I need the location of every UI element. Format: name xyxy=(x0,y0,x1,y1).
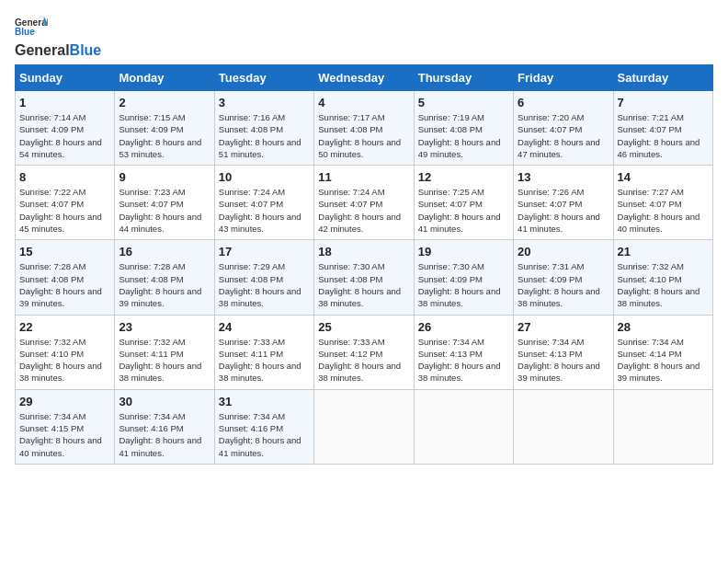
day-number: 9 xyxy=(119,170,210,184)
day-info: Sunrise: 7:34 AMSunset: 4:13 PMDaylight:… xyxy=(418,336,509,385)
calendar-week-row: 15Sunrise: 7:28 AMSunset: 4:08 PMDayligh… xyxy=(16,240,713,315)
day-number: 3 xyxy=(219,96,310,109)
table-row: 22Sunrise: 7:32 AMSunset: 4:10 PMDayligh… xyxy=(16,315,115,389)
table-row: 15Sunrise: 7:28 AMSunset: 4:08 PMDayligh… xyxy=(16,240,115,315)
day-info: Sunrise: 7:22 AMSunset: 4:07 PMDaylight:… xyxy=(19,186,110,235)
day-info: Sunrise: 7:34 AMSunset: 4:14 PMDaylight:… xyxy=(618,336,709,385)
table-row: 14Sunrise: 7:27 AMSunset: 4:07 PMDayligh… xyxy=(613,166,712,240)
day-number: 24 xyxy=(219,320,310,334)
table-row xyxy=(514,389,613,464)
day-number: 8 xyxy=(19,170,110,184)
table-row: 24Sunrise: 7:33 AMSunset: 4:11 PMDayligh… xyxy=(214,315,313,389)
day-number: 16 xyxy=(119,245,210,259)
day-number: 12 xyxy=(418,170,509,184)
day-number: 7 xyxy=(618,96,709,109)
table-row: 6Sunrise: 7:20 AMSunset: 4:07 PMDaylight… xyxy=(514,91,613,166)
table-row: 30Sunrise: 7:34 AMSunset: 4:16 PMDayligh… xyxy=(115,389,214,464)
day-info: Sunrise: 7:17 AMSunset: 4:08 PMDaylight:… xyxy=(318,111,409,160)
generalblue-logo-icon: General Blue xyxy=(15,15,48,40)
day-info: Sunrise: 7:26 AMSunset: 4:07 PMDaylight:… xyxy=(518,186,609,235)
calendar-header-row: Sunday Monday Tuesday Wednesday Thursday… xyxy=(16,65,713,91)
day-number: 30 xyxy=(119,395,210,408)
table-row: 4Sunrise: 7:17 AMSunset: 4:08 PMDaylight… xyxy=(314,91,414,166)
table-row: 9Sunrise: 7:23 AMSunset: 4:07 PMDaylight… xyxy=(115,166,214,240)
table-row xyxy=(314,389,414,464)
day-info: Sunrise: 7:34 AMSunset: 4:16 PMDaylight:… xyxy=(119,410,210,459)
table-row: 27Sunrise: 7:34 AMSunset: 4:13 PMDayligh… xyxy=(514,315,613,389)
day-number: 21 xyxy=(618,245,709,259)
day-info: Sunrise: 7:21 AMSunset: 4:07 PMDaylight:… xyxy=(618,111,709,160)
day-info: Sunrise: 7:30 AMSunset: 4:08 PMDaylight:… xyxy=(318,260,409,309)
day-info: Sunrise: 7:19 AMSunset: 4:08 PMDaylight:… xyxy=(418,111,509,160)
table-row: 2Sunrise: 7:15 AMSunset: 4:09 PMDaylight… xyxy=(115,91,214,166)
table-row: 26Sunrise: 7:34 AMSunset: 4:13 PMDayligh… xyxy=(414,315,513,389)
col-sunday: Sunday xyxy=(16,65,115,91)
table-row: 19Sunrise: 7:30 AMSunset: 4:09 PMDayligh… xyxy=(414,240,513,315)
table-row xyxy=(613,389,712,464)
table-row: 8Sunrise: 7:22 AMSunset: 4:07 PMDaylight… xyxy=(16,166,115,240)
day-info: Sunrise: 7:32 AMSunset: 4:10 PMDaylight:… xyxy=(618,260,709,309)
table-row: 31Sunrise: 7:34 AMSunset: 4:16 PMDayligh… xyxy=(214,389,313,464)
table-row: 12Sunrise: 7:25 AMSunset: 4:07 PMDayligh… xyxy=(414,166,513,240)
day-info: Sunrise: 7:34 AMSunset: 4:15 PMDaylight:… xyxy=(19,410,110,459)
day-number: 17 xyxy=(219,245,310,259)
day-number: 11 xyxy=(318,170,409,184)
day-number: 10 xyxy=(219,170,310,184)
day-info: Sunrise: 7:20 AMSunset: 4:07 PMDaylight:… xyxy=(518,111,609,160)
day-info: Sunrise: 7:24 AMSunset: 4:07 PMDaylight:… xyxy=(219,186,310,235)
day-info: Sunrise: 7:15 AMSunset: 4:09 PMDaylight:… xyxy=(119,111,210,160)
logo-text: General Blue xyxy=(15,42,101,59)
day-number: 5 xyxy=(418,96,509,109)
calendar-week-row: 22Sunrise: 7:32 AMSunset: 4:10 PMDayligh… xyxy=(16,315,713,389)
day-number: 31 xyxy=(219,395,310,408)
day-number: 1 xyxy=(19,96,110,109)
table-row: 21Sunrise: 7:32 AMSunset: 4:10 PMDayligh… xyxy=(613,240,712,315)
page-header: General Blue General Blue xyxy=(15,15,713,59)
table-row xyxy=(414,389,513,464)
table-row: 28Sunrise: 7:34 AMSunset: 4:14 PMDayligh… xyxy=(613,315,712,389)
svg-text:General: General xyxy=(15,17,48,28)
col-monday: Monday xyxy=(115,65,214,91)
table-row: 1Sunrise: 7:14 AMSunset: 4:09 PMDaylight… xyxy=(16,91,115,166)
col-wednesday: Wednesday xyxy=(314,65,414,91)
day-info: Sunrise: 7:23 AMSunset: 4:07 PMDaylight:… xyxy=(119,186,210,235)
day-number: 27 xyxy=(518,320,609,334)
day-info: Sunrise: 7:34 AMSunset: 4:13 PMDaylight:… xyxy=(518,336,609,385)
table-row: 5Sunrise: 7:19 AMSunset: 4:08 PMDaylight… xyxy=(414,91,513,166)
day-info: Sunrise: 7:24 AMSunset: 4:07 PMDaylight:… xyxy=(318,186,409,235)
day-number: 25 xyxy=(318,320,409,334)
table-row: 20Sunrise: 7:31 AMSunset: 4:09 PMDayligh… xyxy=(514,240,613,315)
day-info: Sunrise: 7:31 AMSunset: 4:09 PMDaylight:… xyxy=(518,260,609,309)
day-info: Sunrise: 7:32 AMSunset: 4:11 PMDaylight:… xyxy=(119,336,210,385)
day-number: 22 xyxy=(19,320,110,334)
table-row: 10Sunrise: 7:24 AMSunset: 4:07 PMDayligh… xyxy=(214,166,313,240)
day-info: Sunrise: 7:16 AMSunset: 4:08 PMDaylight:… xyxy=(219,111,310,160)
table-row: 7Sunrise: 7:21 AMSunset: 4:07 PMDaylight… xyxy=(613,91,712,166)
svg-text:Blue: Blue xyxy=(15,27,35,37)
table-row: 23Sunrise: 7:32 AMSunset: 4:11 PMDayligh… xyxy=(115,315,214,389)
logo-general: General xyxy=(15,42,70,59)
day-number: 18 xyxy=(318,245,409,259)
day-info: Sunrise: 7:33 AMSunset: 4:12 PMDaylight:… xyxy=(318,336,409,385)
day-number: 13 xyxy=(518,170,609,184)
day-info: Sunrise: 7:27 AMSunset: 4:07 PMDaylight:… xyxy=(618,186,709,235)
table-row: 13Sunrise: 7:26 AMSunset: 4:07 PMDayligh… xyxy=(514,166,613,240)
day-info: Sunrise: 7:30 AMSunset: 4:09 PMDaylight:… xyxy=(418,260,509,309)
day-info: Sunrise: 7:25 AMSunset: 4:07 PMDaylight:… xyxy=(418,186,509,235)
table-row: 3Sunrise: 7:16 AMSunset: 4:08 PMDaylight… xyxy=(214,91,313,166)
day-number: 15 xyxy=(19,245,110,259)
day-info: Sunrise: 7:33 AMSunset: 4:11 PMDaylight:… xyxy=(219,336,310,385)
day-number: 6 xyxy=(518,96,609,109)
logo-area: General Blue General Blue xyxy=(15,15,101,59)
table-row: 25Sunrise: 7:33 AMSunset: 4:12 PMDayligh… xyxy=(314,315,414,389)
day-number: 4 xyxy=(318,96,409,109)
table-row: 17Sunrise: 7:29 AMSunset: 4:08 PMDayligh… xyxy=(214,240,313,315)
col-saturday: Saturday xyxy=(613,65,712,91)
calendar-table: Sunday Monday Tuesday Wednesday Thursday… xyxy=(15,64,713,465)
day-info: Sunrise: 7:28 AMSunset: 4:08 PMDaylight:… xyxy=(119,260,210,309)
day-number: 2 xyxy=(119,96,210,109)
day-info: Sunrise: 7:34 AMSunset: 4:16 PMDaylight:… xyxy=(219,410,310,459)
table-row: 18Sunrise: 7:30 AMSunset: 4:08 PMDayligh… xyxy=(314,240,414,315)
col-friday: Friday xyxy=(514,65,613,91)
table-row: 11Sunrise: 7:24 AMSunset: 4:07 PMDayligh… xyxy=(314,166,414,240)
